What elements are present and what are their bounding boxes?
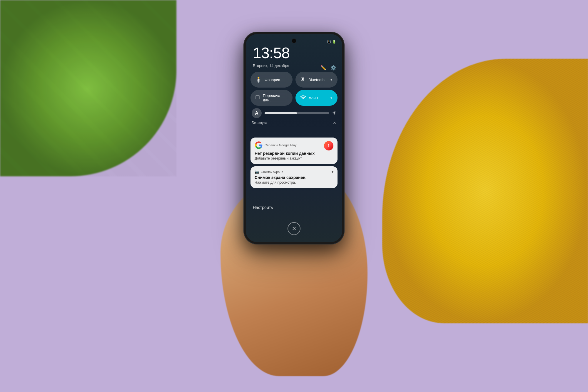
bluetooth-label: Bluetooth xyxy=(308,78,325,82)
data-transfer-label: Передача дан... xyxy=(263,93,288,102)
brightness-slider[interactable] xyxy=(265,112,329,114)
vibrate-icon: 📳 xyxy=(327,40,331,44)
dismiss-button[interactable]: ✕ xyxy=(288,222,300,235)
dismiss-icon: ✕ xyxy=(292,225,296,232)
wifi-label: Wi-Fi xyxy=(309,96,318,100)
clock-date: Вторник, 14 декабря xyxy=(253,63,289,68)
screenshot-expand-icon[interactable]: ▾ xyxy=(332,170,333,174)
wifi-tile[interactable]: Wi-Fi ▼ xyxy=(295,90,338,106)
screenshot-icon: 📷 xyxy=(255,170,259,174)
notifications-panel: Сервисы Google Play Нет резервной копии … xyxy=(250,138,338,190)
screenshot-body: Нажмите для просмотра. xyxy=(255,180,333,185)
camera-hole xyxy=(292,39,296,43)
sound-close-button[interactable]: ✕ xyxy=(333,120,336,125)
clock-time: 13:58 xyxy=(253,45,290,61)
google-play-card-content: Сервисы Google Play Нет резервной копии … xyxy=(255,141,333,160)
phone-body: 📳 🔋 13:58 Вторник, 14 декабря ✏️ ⚙️ 🕯️ xyxy=(244,32,344,244)
bluetooth-icon xyxy=(300,76,305,83)
svg-rect-0 xyxy=(256,96,259,99)
screenshot-notification[interactable]: 📷 Снимок экрана ▾ Снимок экрана сохранен… xyxy=(250,166,338,188)
sound-mode-row: Без звука ✕ xyxy=(250,118,338,126)
bluetooth-chevron: ▼ xyxy=(330,78,333,81)
sound-mode-label: Без звука xyxy=(252,121,267,125)
screenshot-title: Снимок экрана сохранен. xyxy=(255,175,333,180)
bluetooth-tile[interactable]: Bluetooth ▼ xyxy=(295,72,338,88)
screenshot-app-name: Снимок экрана xyxy=(261,170,330,174)
person-icon: A xyxy=(255,110,258,116)
wifi-icon xyxy=(300,94,306,102)
google-logo xyxy=(255,141,263,149)
edit-icon[interactable]: ✏️ xyxy=(320,65,326,71)
google-one-icon: 1 xyxy=(324,141,333,150)
google-play-notification[interactable]: Сервисы Google Play Нет резервной копии … xyxy=(250,138,338,164)
configure-button[interactable]: Настроить xyxy=(253,205,273,210)
google-play-body: Добавьте резервный аккаунт. xyxy=(255,156,324,160)
flashlight-tile[interactable]: 🕯️ Фонарик xyxy=(250,72,293,88)
google-play-title: Нет резервной копии данных xyxy=(255,151,324,156)
tiles-row-1: 🕯️ Фонарик Bluetooth ▼ xyxy=(250,72,338,88)
brightness-fill xyxy=(265,112,297,114)
battery-icon: 🔋 xyxy=(332,40,336,44)
data-transfer-tile[interactable]: Передача дан... xyxy=(250,90,293,106)
green-paper-decoration xyxy=(0,0,176,176)
brightness-row: A xyxy=(250,108,338,118)
phone-scene: 📳 🔋 13:58 Вторник, 14 декабря ✏️ ⚙️ 🕯️ xyxy=(179,24,409,376)
screenshot-header: 📷 Снимок экрана ▾ xyxy=(255,170,333,174)
brightness-sun-icon xyxy=(332,111,336,116)
wifi-chevron: ▼ xyxy=(330,96,333,100)
google-play-app-name: Сервисы Google Play xyxy=(265,143,324,147)
quick-tiles-panel: 🕯️ Фонарик Bluetooth ▼ xyxy=(250,72,338,126)
google-play-header: Сервисы Google Play xyxy=(255,141,324,149)
flashlight-icon: 🕯️ xyxy=(255,76,262,83)
tiles-row-2: Передача дан... Wi-Fi ▼ xyxy=(250,90,338,106)
phone-screen: 📳 🔋 13:58 Вторник, 14 декабря ✏️ ⚙️ 🕯️ xyxy=(246,34,342,242)
settings-icon[interactable]: ⚙️ xyxy=(330,65,336,71)
status-icons: 📳 🔋 xyxy=(327,40,336,44)
flashlight-label: Фонарик xyxy=(265,78,280,82)
data-transfer-icon xyxy=(255,95,260,101)
brightness-avatar: A xyxy=(252,108,262,118)
google-play-text-area: Сервисы Google Play Нет резервной копии … xyxy=(255,141,324,160)
top-right-controls: ✏️ ⚙️ xyxy=(320,65,336,71)
